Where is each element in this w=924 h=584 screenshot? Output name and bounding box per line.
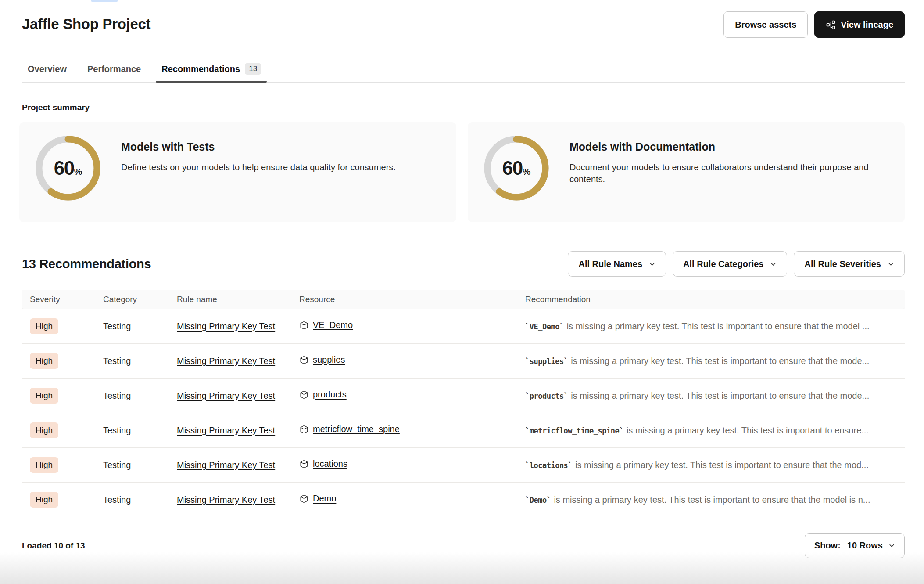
model-cube-icon (299, 459, 309, 469)
recommendation-cell: `VE_Demo`is missing a primary key test. … (525, 321, 905, 332)
table-footer: Loaded 10 of 13 Show: 10 Rows (22, 533, 905, 558)
recommendations-count-badge: 13 (245, 63, 261, 75)
recommendation-text: is missing a primary key test. This test… (627, 425, 869, 435)
col-recommendation: Recommendation (525, 295, 905, 304)
docs-donut-chart: 60 % (483, 135, 549, 201)
recommendations-table: Severity Category Rule name Resource Rec… (22, 290, 905, 517)
rule-categories-filter-label: All Rule Categories (683, 259, 763, 269)
resource-link[interactable]: supplies (299, 355, 345, 365)
browse-assets-button[interactable]: Browse assets (723, 11, 808, 38)
severity-badge: High (30, 492, 58, 508)
docs-card-title: Models with Documentation (569, 141, 889, 153)
rule-severities-filter[interactable]: All Rule Severities (794, 251, 905, 277)
rule-name-link[interactable]: Missing Primary Key Test (177, 425, 275, 435)
resource-name: Demo (313, 494, 336, 504)
docs-card-texts: Models with Documentation Document your … (569, 135, 889, 185)
rule-name-link[interactable]: Missing Primary Key Test (177, 495, 275, 505)
tests-percent: 60 (54, 157, 74, 179)
view-lineage-label: View lineage (841, 20, 893, 30)
category-cell: Testing (103, 495, 177, 505)
resource-name: metricflow_time_spine (313, 424, 400, 434)
loaded-count: Loaded 10 of 13 (22, 541, 85, 551)
col-severity: Severity (22, 295, 103, 304)
tab-overview[interactable]: Overview (22, 63, 72, 82)
col-rule-name: Rule name (177, 295, 299, 304)
tab-performance[interactable]: Performance (82, 63, 147, 82)
resource-name: supplies (313, 355, 345, 365)
page-title: Jaffle Shop Project (22, 16, 150, 32)
tab-recommendations[interactable]: Recommendations 13 (156, 63, 267, 82)
summary-cards: 60 % Models with Tests Define tests on y… (19, 122, 905, 222)
severity-badge: High (30, 422, 58, 438)
resource-name: products (313, 389, 347, 400)
model-cube-icon (299, 355, 309, 365)
rule-categories-filter[interactable]: All Rule Categories (673, 251, 787, 277)
table-row: High Testing Missing Primary Key Test su… (22, 344, 905, 379)
rule-name-link[interactable]: Missing Primary Key Test (177, 321, 275, 331)
rule-severities-filter-label: All Rule Severities (804, 259, 881, 269)
project-tabs: Overview Performance Recommendations 13 (22, 63, 905, 83)
project-page: Jaffle Shop Project Browse assets View l… (0, 0, 924, 584)
resource-name: VE_Demo (313, 320, 353, 330)
table-row: High Testing Missing Primary Key Test VE… (22, 309, 905, 344)
col-category: Category (103, 295, 177, 304)
recommendations-header: 13 Recommendations All Rule Names All Ru… (22, 251, 905, 277)
model-cube-icon (299, 390, 309, 400)
show-label: Show: (814, 541, 841, 551)
rule-names-filter[interactable]: All Rule Names (568, 251, 666, 277)
recommendation-cell: `products`is missing a primary key test.… (525, 391, 905, 401)
table-header-row: Severity Category Rule name Resource Rec… (22, 290, 905, 309)
show-rows-dropdown[interactable]: Show: 10 Rows (805, 533, 905, 558)
scrolled-tab-remnant (91, 0, 118, 2)
chevron-down-icon (770, 261, 777, 267)
severity-badge: High (30, 318, 58, 334)
rule-name-link[interactable]: Missing Primary Key Test (177, 391, 275, 400)
resource-link[interactable]: products (299, 389, 347, 400)
table-row: High Testing Missing Primary Key Test De… (22, 483, 905, 517)
model-cube-icon (299, 425, 309, 434)
tab-recommendations-label: Recommendations (161, 64, 240, 74)
tab-performance-label: Performance (87, 64, 141, 74)
recommendation-text: is missing a primary key test. This test… (575, 460, 869, 470)
severity-badge: High (30, 353, 58, 369)
chevron-down-icon (649, 261, 655, 267)
category-cell: Testing (103, 356, 177, 366)
resource-link[interactable]: metricflow_time_spine (299, 424, 400, 434)
view-lineage-button[interactable]: View lineage (814, 11, 905, 38)
resource-code: `locations` (525, 461, 572, 470)
recommendation-text: is missing a primary key test. This test… (554, 495, 870, 505)
docs-percent: 60 (502, 157, 523, 179)
header-actions: Browse assets View lineage (723, 11, 905, 38)
category-cell: Testing (103, 460, 177, 470)
resource-code: `metricflow_time_spine` (525, 426, 623, 435)
resource-link[interactable]: VE_Demo (299, 320, 353, 330)
severity-badge: High (30, 457, 58, 473)
tests-donut-value: 60 % (35, 135, 101, 201)
tests-percent-unit: % (74, 166, 82, 177)
tab-overview-label: Overview (28, 64, 67, 74)
recommendation-filters: All Rule Names All Rule Categories All R… (568, 251, 905, 277)
page-header: Jaffle Shop Project Browse assets View l… (0, 0, 924, 38)
recommendation-cell: `Demo`is missing a primary key test. Thi… (525, 495, 905, 505)
resource-link[interactable]: Demo (299, 494, 336, 504)
resource-code: `products` (525, 392, 568, 400)
recommendation-text: is missing a primary key test. This test… (571, 356, 869, 366)
tests-card-title: Models with Tests (121, 141, 396, 153)
recommendations-heading: 13 Recommendations (22, 257, 151, 271)
docs-card-description: Document your models to ensure collabora… (569, 162, 889, 185)
chevron-down-icon (888, 261, 894, 267)
tests-card-description: Define tests on your models to help ensu… (121, 162, 396, 173)
rule-name-link[interactable]: Missing Primary Key Test (177, 460, 275, 470)
resource-code: `supplies` (525, 357, 568, 366)
rule-name-link[interactable]: Missing Primary Key Test (177, 356, 275, 366)
table-row: High Testing Missing Primary Key Test pr… (22, 379, 905, 413)
recommendation-cell: `metricflow_time_spine`is missing a prim… (525, 425, 905, 436)
category-cell: Testing (103, 321, 177, 332)
resource-code: `Demo` (525, 496, 551, 505)
category-cell: Testing (103, 425, 177, 436)
resource-link[interactable]: locations (299, 459, 347, 469)
recommendation-text: is missing a primary key test. This test… (567, 321, 870, 331)
rule-names-filter-label: All Rule Names (578, 259, 642, 269)
models-with-docs-card: 60 % Models with Documentation Document … (468, 122, 905, 222)
project-summary-label: Project summary (22, 103, 905, 112)
